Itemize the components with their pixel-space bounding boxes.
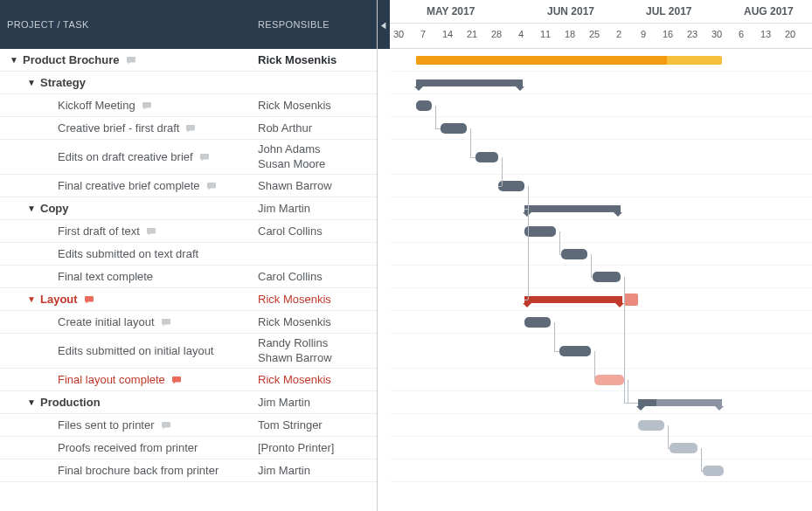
task-row[interactable]: Kickoff MeetingRick Mosenkis: [0, 94, 377, 117]
project-summary-bar[interactable]: [416, 56, 722, 65]
responsible-name: [Pronto Printer]: [258, 441, 334, 454]
expand-toggle-icon[interactable]: ▼: [26, 204, 37, 213]
task-row[interactable]: Final layout completeRick Mosenkis: [0, 369, 377, 391]
task-name: Strategy: [40, 76, 86, 89]
gantt-row: [390, 175, 812, 197]
task-bar[interactable]: [594, 375, 624, 385]
timeline-day-label: 4: [509, 29, 533, 39]
comment-icon[interactable]: [141, 100, 153, 111]
task-row[interactable]: Final brochure back from printerJim Mart…: [0, 459, 377, 482]
task-row[interactable]: ▼Product BrochureRick Mosenkis: [0, 49, 377, 72]
responsible-name: Shawn Barrow: [258, 179, 332, 192]
comment-icon[interactable]: [160, 420, 172, 431]
group-summary-bar[interactable]: [524, 296, 622, 303]
gantt-row: [390, 49, 812, 72]
responsible-cell: [Pronto Printer]: [258, 437, 377, 459]
timeline-header: MAY 2017JUN 2017JUL 2017AUG 2017 3071421…: [390, 0, 812, 49]
timeline-month-label: MAY 2017: [427, 5, 475, 17]
gantt-row: [390, 288, 812, 311]
timeline-month-label: JUL 2017: [646, 5, 691, 17]
task-bar[interactable]: [416, 100, 432, 111]
responsible-cell: Randy RollinsShawn Barrow: [258, 334, 377, 368]
task-name: Proofs received from printer: [58, 441, 198, 454]
task-row[interactable]: Final text completeCarol Collins: [0, 266, 377, 288]
task-bar[interactable]: [524, 226, 556, 237]
task-row[interactable]: Creative brief - first draftRob Arthur: [0, 117, 377, 140]
comment-icon[interactable]: [170, 375, 183, 385]
expand-toggle-icon[interactable]: ▼: [26, 78, 37, 87]
responsible-cell: Jim Martin: [258, 391, 377, 413]
task-bar[interactable]: [561, 249, 587, 259]
task-row[interactable]: Proofs received from printer[Pronto Prin…: [0, 437, 377, 459]
task-bar[interactable]: [498, 181, 524, 191]
task-name: First draft of text: [58, 224, 140, 238]
timeline-month-label: JUN 2017: [547, 5, 594, 17]
gantt-row: [390, 140, 812, 175]
timeline-day-label: 30: [704, 29, 729, 39]
task-bar[interactable]: [524, 317, 551, 328]
timeline-month-label: AUG 2017: [744, 5, 794, 17]
task-row[interactable]: ▼LayoutRick Mosenkis: [0, 288, 377, 311]
comment-icon[interactable]: [160, 317, 172, 328]
timeline-day-label: 9: [631, 29, 656, 39]
responsible-cell: [258, 243, 377, 265]
expand-toggle-icon[interactable]: ▼: [9, 55, 19, 65]
timeline-day-label: 16: [656, 29, 680, 39]
task-bar[interactable]: [638, 420, 664, 431]
task-row[interactable]: First draft of textCarol Collins: [0, 220, 377, 243]
expand-toggle-icon[interactable]: ▼: [26, 397, 37, 407]
task-row[interactable]: Edits submitted on text draft: [0, 243, 377, 266]
responsible-cell: Rick Mosenkis: [258, 94, 377, 116]
task-name: Copy: [40, 202, 69, 215]
task-row[interactable]: Edits submitted on initial layoutRandy R…: [0, 334, 377, 369]
comment-icon[interactable]: [205, 181, 218, 191]
group-summary-bar[interactable]: [416, 79, 523, 86]
responsible-name: Carol Collins: [258, 270, 323, 283]
task-name: Creative brief - first draft: [58, 121, 179, 135]
timeline-day-label: 30: [386, 29, 411, 39]
task-name: Edits on draft creative brief: [58, 150, 193, 163]
chevron-left-icon: ◀: [381, 20, 386, 30]
timeline-day-label: 20: [778, 29, 802, 39]
task-name: Edits submitted on text draft: [58, 247, 198, 260]
task-name: Create initial layout: [58, 315, 155, 328]
task-row[interactable]: Edits on draft creative briefJohn AdamsS…: [0, 140, 377, 175]
task-bar[interactable]: [703, 466, 724, 476]
comment-icon[interactable]: [83, 294, 95, 305]
responsible-cell: Carol Collins: [258, 220, 377, 242]
task-bar[interactable]: [441, 123, 467, 134]
task-bar[interactable]: [593, 272, 621, 282]
task-name: Final brochure back from printer: [58, 464, 219, 477]
responsible-name: Carol Collins: [258, 224, 323, 238]
responsible-name: Jim Martin: [258, 202, 310, 215]
responsible-name: Rick Mosenkis: [258, 53, 337, 66]
collapse-left-panel-button[interactable]: ◀: [378, 0, 390, 49]
task-row[interactable]: ▼Strategy: [0, 72, 377, 94]
responsible-name: Jim Martin: [258, 396, 310, 409]
task-row[interactable]: ▼ProductionJim Martin: [0, 391, 377, 414]
task-bar[interactable]: [670, 443, 697, 453]
task-row[interactable]: ▼CopyJim Martin: [0, 197, 377, 220]
task-row[interactable]: Files sent to printerTom Stringer: [0, 414, 377, 437]
expand-toggle-icon[interactable]: ▼: [26, 294, 37, 304]
task-row[interactable]: Create initial layoutRick Mosenkis: [0, 311, 377, 334]
task-bar[interactable]: [559, 346, 591, 356]
gantt-row: [390, 391, 812, 414]
responsible-cell: Tom Stringer: [258, 414, 377, 436]
group-summary-bar[interactable]: [638, 399, 722, 406]
comment-icon[interactable]: [125, 55, 137, 66]
timeline-day-label: 28: [484, 29, 509, 39]
group-summary-bar[interactable]: [524, 205, 621, 212]
gantt-row: [390, 437, 812, 459]
gantt-row: [390, 94, 812, 117]
comment-icon[interactable]: [184, 123, 197, 134]
responsible-name: John Adams: [258, 142, 325, 156]
responsible-cell: Shawn Barrow: [258, 175, 377, 197]
comment-icon[interactable]: [198, 152, 211, 162]
task-row[interactable]: Final creative brief completeShawn Barro…: [0, 175, 377, 197]
timeline-day-label: 23: [680, 29, 704, 39]
responsible-cell: [258, 72, 377, 93]
task-bar[interactable]: [475, 152, 498, 162]
comment-icon[interactable]: [145, 226, 157, 237]
task-name: Edits submitted on initial layout: [58, 344, 213, 357]
